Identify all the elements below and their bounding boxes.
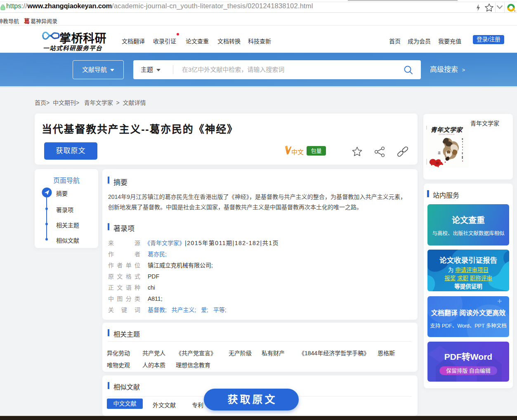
svg-text:QINGNIAN WENXUEJIA: QINGNIAN WENXUEJIA [439,134,455,135]
svg-text:青年文学家: 青年文学家 [430,126,463,133]
svg-text:墨: 墨 [438,151,441,155]
